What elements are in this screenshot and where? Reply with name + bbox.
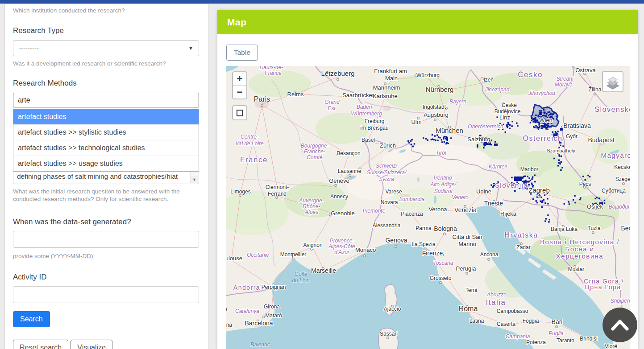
- map-label: Žilina: [589, 86, 602, 93]
- data-point-marker: [531, 178, 532, 180]
- map-label: Tuzla: [588, 225, 601, 231]
- city-dot: [594, 93, 596, 95]
- map-label: Avignon: [303, 242, 322, 248]
- data-point-marker: [539, 110, 540, 111]
- scroll-to-top-button[interactable]: [602, 308, 637, 342]
- data-point-marker: [544, 126, 545, 127]
- box-zoom-button[interactable]: [232, 105, 247, 120]
- map-label: Foggia: [523, 318, 539, 324]
- dataset-generated-input[interactable]: [13, 231, 199, 248]
- map-label: Perugia: [456, 265, 477, 272]
- data-point-marker: [437, 140, 438, 141]
- data-point-marker: [596, 197, 598, 198]
- data-point-marker: [507, 126, 508, 127]
- map-label: Main: [385, 75, 398, 82]
- data-point-marker: [536, 119, 538, 121]
- activity-id-label: Activity ID: [13, 273, 199, 282]
- research-type-label: Research Type: [13, 26, 199, 35]
- map-label: Brindisi: [580, 336, 597, 342]
- map-label: Toscana: [433, 260, 453, 266]
- data-point-marker: [530, 122, 531, 123]
- dataset-help-text: provide some (YYYY-MM-DD): [13, 252, 199, 260]
- map-label: Balearic: [250, 341, 270, 348]
- data-point-marker: [560, 169, 561, 171]
- city-dot: [387, 337, 389, 339]
- data-point-marker: [477, 144, 478, 146]
- map-label: Terni: [465, 287, 477, 293]
- table-button[interactable]: Table: [226, 45, 258, 61]
- map-label: Војводина: [609, 204, 630, 210]
- map-label: Reims: [287, 91, 304, 98]
- suggestion-item[interactable]: artefact studies >> technological studie…: [13, 140, 199, 156]
- data-point-marker: [443, 138, 444, 140]
- data-point-marker: [547, 203, 548, 204]
- listbox-option[interactable]: defining phases of salt mining and catas…: [17, 172, 190, 181]
- data-point-marker: [564, 203, 565, 205]
- data-point-marker: [604, 202, 605, 204]
- map-label: Abruzzo: [486, 292, 507, 298]
- data-point-marker: [547, 124, 548, 126]
- research-methods-combobox: arte defining phases of salt mining and …: [13, 93, 199, 184]
- data-point-marker: [414, 143, 415, 144]
- map-label: Occitanie: [247, 252, 269, 258]
- activity-id-input[interactable]: [13, 286, 199, 303]
- map-label: Ferrand: [268, 191, 287, 197]
- data-point-marker: [544, 221, 546, 222]
- map-label: Comté: [307, 154, 323, 160]
- map-label: Verona: [428, 206, 447, 213]
- scrollbar-down-arrow-icon[interactable]: ▼: [191, 176, 198, 183]
- map-label: Augsburg: [424, 111, 449, 118]
- map-label: Linz: [499, 114, 510, 121]
- map-label: Босна и: [565, 245, 594, 253]
- map-label: Бео: [621, 225, 630, 232]
- suggestion-item[interactable]: artefact studies >> usage studies: [13, 156, 199, 171]
- map-label: Hrvatska: [504, 231, 538, 239]
- map-label: Zadar: [516, 244, 530, 250]
- map-label: Caserta: [497, 321, 515, 327]
- map-label: Pécs: [579, 181, 591, 187]
- data-point-marker: [438, 136, 439, 138]
- reset-search-button[interactable]: Reset search: [13, 340, 68, 349]
- map-label: im Breisgau: [360, 125, 388, 131]
- data-point-marker: [432, 134, 433, 135]
- visualize-button[interactable]: Visualize: [71, 340, 112, 349]
- data-point-marker: [539, 126, 540, 127]
- data-point-marker: [535, 115, 536, 116]
- chevron-down-icon: ▼: [188, 45, 193, 51]
- city-dot: [623, 183, 625, 185]
- data-point-marker: [532, 184, 533, 185]
- page: Which institution conducted the research…: [0, 0, 644, 349]
- data-point-marker: [574, 195, 575, 197]
- data-point-marker: [538, 124, 540, 125]
- zoom-in-button[interactable]: +: [233, 72, 246, 85]
- data-point-marker: [540, 110, 542, 111]
- research-methods-input[interactable]: arte: [13, 93, 199, 107]
- map-label: Tirol: [436, 150, 446, 156]
- suggestion-item[interactable]: artefact studies: [13, 109, 199, 124]
- map-label: Parma: [415, 225, 432, 231]
- data-point-marker: [553, 118, 554, 119]
- map-label: Centre-: [241, 134, 258, 140]
- search-button[interactable]: Search: [13, 311, 50, 327]
- data-blob-marker: [539, 112, 542, 115]
- map-label: München: [436, 127, 463, 134]
- zoom-out-button[interactable]: −: [233, 86, 246, 99]
- data-point-marker: [561, 161, 562, 163]
- map-label: Est: [328, 105, 336, 111]
- map-label: Italia: [486, 298, 506, 307]
- map-label: Besançon: [337, 150, 360, 156]
- layers-control-button[interactable]: [602, 71, 623, 92]
- listbox-option-clipped[interactable]: Datings: [17, 181, 190, 184]
- suggestion-item[interactable]: artefact studies >> stylistic studies: [13, 124, 199, 140]
- data-point-marker: [568, 201, 569, 202]
- data-point-marker: [528, 177, 530, 179]
- map-label: Toulouse: [226, 255, 242, 262]
- map-label: Wien: [539, 117, 553, 123]
- research-type-select[interactable]: --------- ▼: [13, 40, 199, 56]
- data-point-marker: [536, 200, 537, 201]
- data-point-marker: [557, 165, 559, 166]
- city-dot: [538, 196, 540, 198]
- map-label: Szombathely: [547, 148, 575, 153]
- map-label: Zürich: [380, 142, 396, 149]
- map[interactable]: Hauts-de-FranceGrandEstCentre-Val de Loi…: [226, 66, 630, 349]
